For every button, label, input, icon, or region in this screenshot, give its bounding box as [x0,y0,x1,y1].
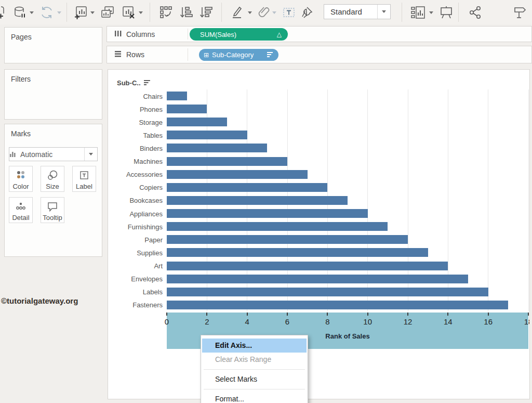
bar[interactable] [167,144,267,152]
group-members-caret[interactable] [272,5,276,20]
show-hide-cards-icon[interactable] [410,5,426,20]
rows-shelf[interactable]: Rows ⊞ Sub-Category [107,46,532,63]
show-mark-labels-icon[interactable] [282,5,296,20]
pill-sum-sales[interactable]: SUM(Sales) △ [190,28,288,41]
bar[interactable] [167,92,187,100]
category-label[interactable]: Storage [109,118,163,126]
pages-card[interactable]: Pages [4,27,102,63]
row-field-header[interactable]: Sub-C.. [117,79,151,87]
menu-item-select-marks[interactable]: Select Marks [202,372,307,386]
pill-sub-category[interactable]: ⊞ Sub-Category [199,49,278,61]
chart-row: Fasteners [167,298,528,311]
chart-row: Storage [167,115,528,128]
swap-rows-columns-icon[interactable] [159,5,174,20]
clear-sheet-caret[interactable] [139,5,143,20]
show-hide-cards-caret[interactable] [429,5,433,20]
bar[interactable] [167,262,448,270]
bar[interactable] [167,288,488,296]
rows-shelf-label: Rows [126,50,144,59]
fit-selector[interactable]: Standard [324,4,391,19]
menu-item-edit-axis[interactable]: Edit Axis... [202,339,307,353]
pages-card-label: Pages [11,33,32,41]
category-label[interactable]: Art [109,262,163,270]
fix-axes-icon[interactable] [300,5,313,20]
color-button[interactable]: Color [9,166,33,192]
category-label[interactable]: Phones [109,105,163,113]
presentation-mode-icon[interactable] [439,5,454,20]
duplicate-sheet-icon[interactable] [100,5,115,20]
highlight-icon[interactable] [230,5,244,20]
fit-selector-caret[interactable] [377,5,390,19]
category-label[interactable]: Supplies [109,249,163,256]
category-label[interactable]: Appliances [109,210,163,217]
axis-tick-label: 14 [438,317,457,326]
category-label[interactable]: Paper [109,236,163,243]
share-icon[interactable] [468,5,483,20]
tooltip-icon [41,199,64,214]
sort-ascending-icon[interactable] [179,5,193,20]
category-label[interactable]: Furnishings [109,223,163,230]
chart-row: Envelopes [167,272,528,285]
mark-type-caret[interactable] [84,148,97,161]
menu-item-clear-axis-range: Clear Axis Range [202,353,307,367]
highlight-caret[interactable] [248,5,252,20]
category-label[interactable]: Binders [109,145,163,152]
label-button[interactable]: Label [72,166,96,192]
bar[interactable] [167,196,348,205]
tooltip-button[interactable]: Tooltip [41,197,64,223]
filters-card[interactable]: Filters [4,69,102,120]
category-label[interactable]: Tables [109,131,163,139]
show-me-icon[interactable] [512,5,527,20]
bar[interactable] [167,222,388,231]
bar[interactable] [167,248,428,257]
bar[interactable] [167,235,408,244]
data-source-partial-icon[interactable] [0,5,4,20]
category-label[interactable]: Machines [109,158,163,165]
bar[interactable] [167,170,308,179]
axis-context-menu: Edit Axis...Clear Axis RangeSelect Marks… [201,335,308,403]
category-label[interactable]: Accessories [109,171,163,178]
mark-type-value: Automatic [20,150,52,159]
category-label[interactable]: Bookcases [109,197,163,204]
toolbar-separator [402,3,402,22]
category-label[interactable]: Envelopes [109,275,163,283]
size-button[interactable]: Size [41,166,64,192]
category-label[interactable]: Chairs [109,92,163,100]
new-worksheet-icon[interactable] [74,5,88,20]
run-update-icon[interactable] [39,5,54,20]
toolbar-separator [221,3,222,22]
menu-item-format[interactable]: Format... [202,392,307,403]
pause-auto-updates-caret[interactable] [30,5,34,20]
bar[interactable] [167,275,468,283]
detail-button[interactable]: Detail [9,197,33,223]
bar[interactable] [167,118,227,126]
bar[interactable] [167,301,508,309]
toolbar-separator [150,3,150,22]
axis-tick-label: 0 [157,317,176,326]
pause-auto-updates-icon[interactable] [14,5,27,20]
category-label[interactable]: Fasteners [109,301,163,309]
bar[interactable] [167,183,327,192]
bar[interactable] [167,105,207,113]
category-label[interactable]: Copiers [109,184,163,191]
axis-tick [166,313,167,316]
new-worksheet-caret[interactable] [90,5,95,20]
expand-hierarchy-icon[interactable]: ⊞ [204,52,209,58]
bar[interactable] [167,209,368,218]
sort-descending-indicator-icon[interactable] [144,80,151,86]
run-update-caret[interactable] [57,5,61,20]
columns-shelf-label: Columns [126,30,155,38]
pill-sort-descending-icon[interactable] [267,52,274,58]
detail-button-label: Detail [9,214,32,222]
group-members-icon[interactable] [258,5,271,20]
axis-tick-label: 2 [197,317,216,326]
mark-type-dropdown[interactable]: Automatic [9,147,98,161]
category-label[interactable]: Labels [109,288,163,296]
clear-sheet-icon[interactable] [121,5,136,20]
bar[interactable] [167,157,287,166]
bar[interactable] [167,131,247,139]
menu-separator [204,389,305,389]
chart-row: Labels [167,285,528,298]
columns-shelf[interactable]: Columns SUM(Sales) △ [107,26,532,42]
sort-descending-icon[interactable] [198,5,213,20]
